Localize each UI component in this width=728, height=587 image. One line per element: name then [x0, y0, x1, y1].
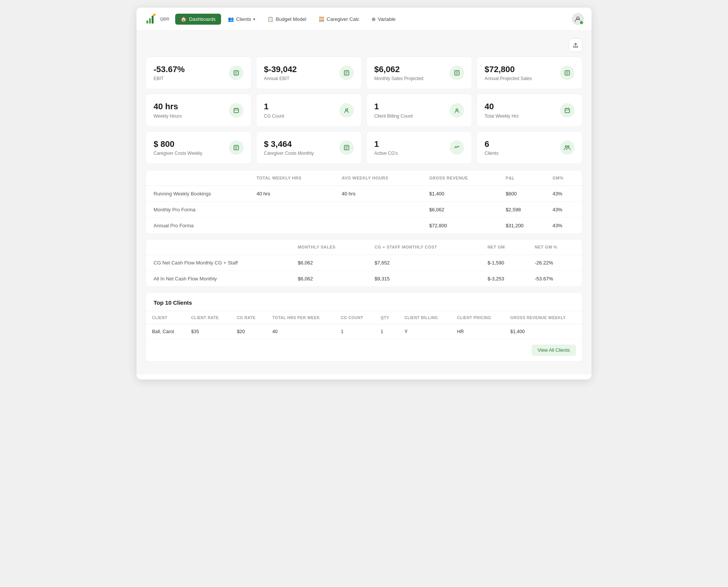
- caregiver-costs-monthly-icon: [339, 140, 354, 155]
- table-row: Running Weekly Bookings 40 hrs 40 hrs $1…: [146, 186, 582, 202]
- cg-rate: $20: [231, 324, 266, 339]
- client-billing: Y: [399, 324, 451, 339]
- caregiver-costs-weekly-label: Caregiver Costs Weekly: [154, 151, 202, 156]
- chevron-down-icon: ▾: [253, 17, 255, 21]
- caregiver-costs-monthly-value: $ 3,464: [264, 139, 314, 149]
- col-client-rate: CLIENT RATE: [185, 311, 231, 324]
- nav-item-caregiver-calc[interactable]: 🧮 Caregiver Calc: [313, 14, 365, 25]
- table1-col-gross-revenue: GROSS REVENUE: [422, 170, 498, 186]
- metric-card-cg-count: 1 CG Count: [256, 94, 362, 126]
- client-billing-count-icon: [450, 103, 464, 118]
- export-button[interactable]: [569, 38, 582, 52]
- row-gm: 43%: [545, 202, 582, 218]
- top-clients-section: Top 10 Clients CLIENT CLIENT RATE CG RAT…: [146, 292, 582, 362]
- svg-point-18: [568, 146, 569, 147]
- row-gm: 43%: [545, 186, 582, 202]
- svg-rect-11: [234, 109, 238, 113]
- nav-item-budget-model[interactable]: 📋 Budget Model: [262, 14, 311, 25]
- client-rate: $35: [185, 324, 231, 339]
- logo-label: QBR: [160, 17, 169, 21]
- row-net-gm: $-1,590: [480, 255, 527, 271]
- caregiver-costs-weekly-value: $ 800: [154, 139, 202, 149]
- logo: QBR: [144, 12, 169, 26]
- ebit-label: EBIT: [154, 76, 185, 81]
- annual-projected-value: $72,800: [485, 65, 532, 74]
- metric-card-clients: 6 Clients: [477, 131, 582, 164]
- row-total-weekly-hrs: [249, 218, 334, 234]
- list-item: Ball, Carol $35 $20 40 1 1 Y HR $1,400: [146, 324, 582, 339]
- monthly-sales-icon: [450, 66, 464, 80]
- metric-card-caregiver-costs-monthly: $ 3,464 Caregiver Costs Monthly: [256, 131, 362, 164]
- nav-clients-icon: 👥: [228, 16, 234, 22]
- row-pl: $600: [498, 186, 545, 202]
- monthly-sales-label: Monthly Sales Projected: [374, 76, 423, 81]
- header: QBR 🏠 Dashboards 👥 Clients ▾ 📋 Budget Mo…: [136, 8, 592, 31]
- client-billing-count-value: 1: [374, 102, 413, 112]
- row-cg-staff-cost: $7,652: [367, 255, 480, 271]
- table1: TOTAL WEEKLY HRS AVG WEEKLY HOURS GROSS …: [146, 170, 582, 233]
- row-net-gm-pct: -26.22%: [527, 255, 582, 271]
- table-row: Monthly Pro Forma $6,062 $2,598 43%: [146, 202, 582, 218]
- row-gross-revenue: $6,062: [422, 202, 498, 218]
- table1-col-total-weekly-hrs: TOTAL WEEKLY HRS: [249, 170, 334, 186]
- table2-section: MONTHLY SALES CG + STAFF MONTHLY COST NE…: [146, 239, 582, 287]
- nav-item-clients[interactable]: 👥 Clients ▾: [223, 14, 261, 25]
- nav-dashboards-label: Dashboards: [189, 16, 215, 22]
- row-gross-revenue: $1,400: [422, 186, 498, 202]
- table2: MONTHLY SALES CG + STAFF MONTHLY COST NE…: [146, 239, 582, 286]
- weekly-hours-icon: [229, 103, 243, 118]
- annual-projected-icon: [560, 66, 574, 80]
- col-cg-count: CG COUNT: [335, 311, 375, 324]
- table1-section: TOTAL WEEKLY HRS AVG WEEKLY HOURS GROSS …: [146, 170, 582, 234]
- table1-col-label: [146, 170, 249, 186]
- table1-header-row: TOTAL WEEKLY HRS AVG WEEKLY HOURS GROSS …: [146, 170, 582, 186]
- top-clients-title: Top 10 Clients: [154, 299, 192, 306]
- svg-rect-1: [146, 20, 148, 24]
- view-all-clients-button[interactable]: View All Clients: [532, 345, 576, 356]
- nav-item-variable[interactable]: ⊗ Variable: [366, 14, 401, 25]
- svg-rect-3: [152, 16, 154, 24]
- col-client-pricing: CLIENT PRICING: [451, 311, 504, 324]
- col-client-billing: CLIENT BILLING: [399, 311, 451, 324]
- table-row: All In Net Cash Flow Monthly $6,062 $9,3…: [146, 271, 582, 287]
- clients-label: Clients: [485, 151, 499, 156]
- weekly-hours-label: Weekly Hours: [154, 113, 182, 119]
- cg-count: 1: [335, 324, 375, 339]
- logo-icon: [144, 12, 158, 26]
- total-weekly-hrs-icon: [560, 103, 574, 118]
- row-gross-revenue: $72,800: [422, 218, 498, 234]
- top-clients-table: CLIENT CLIENT RATE CG RATE TOTAL HRS PER…: [146, 311, 582, 339]
- row-gm: 43%: [545, 218, 582, 234]
- table2-col-net-gm-pct: NET GM %: [527, 239, 582, 255]
- user-avatar[interactable]: [572, 13, 584, 25]
- client-pricing: HR: [451, 324, 504, 339]
- annual-ebit-icon: [339, 66, 354, 80]
- table2-col-label: [146, 239, 290, 255]
- main-content: -53.67% EBIT $-39,042 Annual EBIT $6,0: [136, 31, 592, 375]
- row-avg-weekly-hours: 40 hrs: [334, 186, 422, 202]
- app-window: QBR 🏠 Dashboards 👥 Clients ▾ 📋 Budget Mo…: [136, 8, 592, 379]
- active-cgs-value: 1: [374, 139, 398, 149]
- nav-budget-icon: 📋: [267, 16, 273, 22]
- nav-caregiver-calc-icon: 🧮: [318, 16, 325, 22]
- svg-point-17: [565, 146, 567, 147]
- row-net-gm: $-3,253: [480, 271, 527, 287]
- active-cgs-label: Active CG's: [374, 151, 398, 156]
- svg-point-13: [456, 109, 458, 110]
- table1-col-gm: GM%: [545, 170, 582, 186]
- nav-item-dashboards[interactable]: 🏠 Dashboards: [175, 14, 221, 25]
- qty: 1: [375, 324, 399, 339]
- metric-card-active-cgs: 1 Active CG's: [366, 131, 472, 164]
- annual-ebit-label: Annual EBIT: [264, 76, 297, 81]
- svg-rect-14: [565, 109, 570, 113]
- table1-col-avg-weekly-hours: AVG WEEKLY HOURS: [334, 170, 422, 186]
- export-icon: [573, 42, 579, 48]
- table2-col-monthly-sales: MONTHLY SALES: [290, 239, 367, 255]
- row-pl: $2,598: [498, 202, 545, 218]
- nav-caregiver-label: Caregiver Calc: [327, 16, 359, 22]
- nav-budget-label: Budget Model: [276, 16, 306, 22]
- col-client: CLIENT: [146, 311, 185, 324]
- table1-col-pl: P&L: [498, 170, 545, 186]
- nav-bar: 🏠 Dashboards 👥 Clients ▾ 📋 Budget Model …: [169, 14, 572, 25]
- nav-variable-label: Variable: [378, 16, 396, 22]
